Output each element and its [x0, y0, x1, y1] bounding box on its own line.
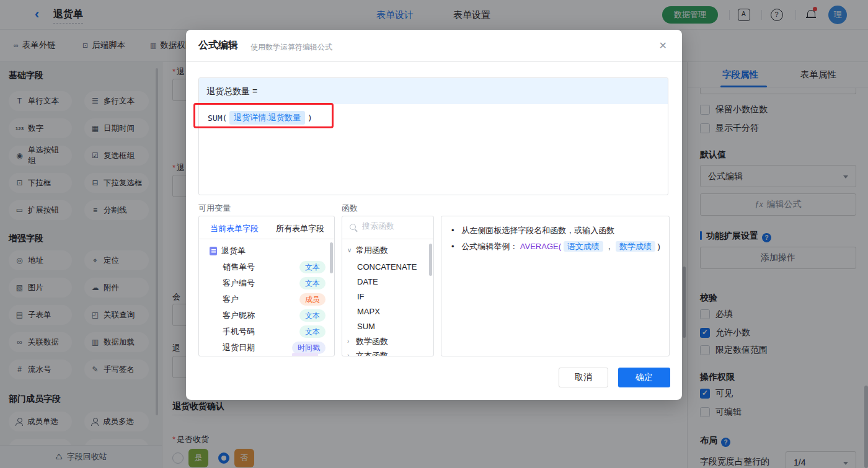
formula-field-token[interactable]: 退货详情.退货数量: [229, 111, 305, 125]
function-item[interactable]: DATE: [342, 275, 433, 289]
type-tag: 文本: [299, 309, 326, 322]
example-field-token: 数学成绩: [616, 241, 655, 252]
modal-subtitle: 使用数学运算符编辑公式: [250, 42, 332, 53]
type-tag: 时间戳: [292, 342, 326, 354]
functions-panel: ∨ 常用函数 CONCATENATE DATE IF MAPX SUM › 数学…: [342, 216, 434, 356]
type-tag: 文本: [299, 277, 326, 289]
close-icon[interactable]: ✕: [659, 40, 667, 51]
variable-root-row[interactable]: 退货单: [199, 243, 334, 259]
form-doc-icon: [210, 247, 217, 255]
tab-current-form-fields[interactable]: 当前表单字段: [210, 223, 259, 234]
help-panel: • 从左侧面板选择字段名和函数，或输入函数 • 公式编辑举例： AVERAGE(…: [441, 216, 670, 356]
average-function-text: AVERAGE(: [520, 242, 561, 251]
variables-panel: 当前表单字段 所有表单字段 退货单 销售单号 文本 客户编号 文本 客户 成员 …: [198, 216, 335, 356]
search-input[interactable]: [361, 221, 429, 231]
formula-editor-area[interactable]: 退货总数量 = SUM( 退货详情.退货数量 ): [198, 77, 668, 195]
formula-editor-modal: 公式编辑 使用数学运算符编辑公式 ✕ 退货总数量 = SUM( 退货详情.退货数…: [186, 30, 682, 400]
functions-scrollbar[interactable]: [429, 244, 432, 276]
cancel-button[interactable]: 取消: [559, 368, 608, 387]
function-group[interactable]: › 数学函数: [342, 335, 433, 348]
variable-row[interactable]: 客户编号 文本: [199, 275, 334, 291]
function-group[interactable]: › 文本函数: [342, 349, 433, 356]
function-item[interactable]: CONCATENATE: [342, 260, 433, 274]
tab-all-form-fields[interactable]: 所有表单字段: [276, 223, 324, 234]
formula-expression: SUM( 退货详情.退货数量 ): [208, 111, 312, 125]
modal-title: 公式编辑: [198, 39, 238, 52]
type-tag: 文本: [299, 325, 326, 338]
variables-scrollbar[interactable]: [330, 242, 333, 273]
function-search: [342, 216, 433, 239]
confirm-button[interactable]: 确定: [618, 368, 670, 387]
type-tag: 成员: [299, 293, 326, 306]
formula-target-strip: 退货总数量 =: [199, 78, 668, 104]
cut-off-row-tag: [292, 353, 318, 356]
example-field-token: 语文成绩: [564, 241, 603, 252]
type-tag: 文本: [299, 261, 326, 273]
search-icon: [350, 224, 357, 231]
form-designer-app: ‹ 退货单 表单设计 表单设置 数据管理 理 ∞ 表单外链 ⊡ 后端脚本 ▥ 数…: [0, 0, 868, 468]
variables-tabs: 当前表单字段 所有表单字段: [199, 216, 334, 239]
variable-row[interactable]: 手机号码 文本: [199, 324, 334, 340]
functions-label: 函数: [342, 203, 358, 214]
modal-header: 公式编辑 使用数学运算符编辑公式 ✕: [186, 30, 682, 62]
chevron-right-icon: ›: [347, 335, 349, 348]
function-item[interactable]: SUM: [342, 320, 433, 333]
chevron-right-icon: ›: [347, 349, 349, 356]
variable-row[interactable]: 客户 成员: [199, 291, 334, 307]
help-line-1: • 从左侧面板选择字段名和函数，或输入函数: [451, 224, 614, 237]
function-item[interactable]: MAPX: [342, 305, 433, 319]
chevron-down-icon: ∨: [347, 244, 352, 257]
variable-row[interactable]: 客户昵称 文本: [199, 307, 334, 324]
function-group[interactable]: ∨ 常用函数: [342, 244, 433, 257]
help-line-2: • 公式编辑举例： AVERAGE( 语文成绩 ， 数学成绩 ): [451, 241, 660, 253]
variable-row[interactable]: 销售单号 文本: [199, 259, 334, 275]
function-item[interactable]: IF: [342, 290, 433, 304]
variables-label: 可用变量: [198, 203, 231, 214]
